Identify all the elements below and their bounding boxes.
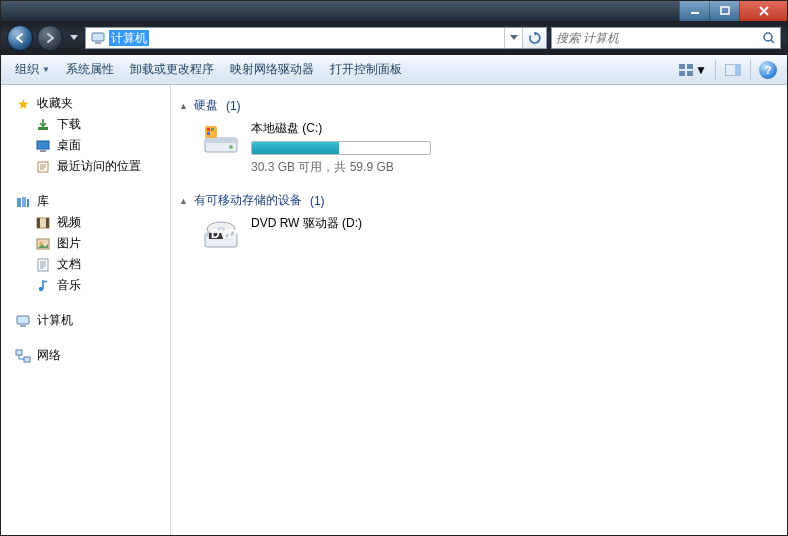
sidebar-favorites-label: 收藏夹 bbox=[37, 95, 73, 112]
group-header-removable[interactable]: ▲ 有可移动存储的设备 (1) bbox=[179, 190, 779, 211]
chevron-down-icon: ▼ bbox=[42, 65, 50, 74]
help-button[interactable]: ? bbox=[755, 59, 781, 81]
organize-menu[interactable]: 组织 ▼ bbox=[7, 57, 58, 82]
sidebar-item-downloads[interactable]: 下载 bbox=[1, 114, 170, 135]
navigation-bar: 计算机 bbox=[1, 21, 787, 55]
help-icon: ? bbox=[759, 61, 777, 79]
address-path-text: 计算机 bbox=[109, 30, 149, 46]
organize-label: 组织 bbox=[15, 61, 39, 78]
svg-rect-31 bbox=[205, 138, 237, 143]
svg-rect-9 bbox=[687, 71, 693, 76]
separator bbox=[750, 60, 751, 80]
libraries-icon bbox=[15, 194, 31, 210]
map-network-drive-button[interactable]: 映射网络驱动器 bbox=[222, 57, 322, 82]
group-header-label: 有可移动存储的设备 bbox=[194, 192, 302, 209]
svg-rect-7 bbox=[687, 64, 693, 69]
svg-text:DVD: DVD bbox=[211, 227, 237, 241]
svg-rect-1 bbox=[721, 7, 729, 14]
window-maximize-button[interactable] bbox=[709, 1, 739, 21]
svg-rect-27 bbox=[20, 325, 26, 327]
sidebar-item-videos[interactable]: 视频 bbox=[1, 212, 170, 233]
svg-point-4 bbox=[764, 33, 772, 41]
svg-rect-29 bbox=[24, 357, 30, 362]
network-icon bbox=[15, 348, 31, 364]
search-box[interactable] bbox=[551, 27, 781, 49]
svg-rect-36 bbox=[207, 132, 210, 135]
svg-rect-37 bbox=[211, 132, 214, 135]
preview-pane-button[interactable] bbox=[720, 59, 746, 81]
svg-line-5 bbox=[771, 40, 774, 43]
command-toolbar: 组织 ▼ 系统属性 卸载或更改程序 映射网络驱动器 打开控制面板 ▼ ? bbox=[1, 55, 787, 85]
window-titlebar bbox=[1, 1, 787, 21]
svg-rect-0 bbox=[691, 12, 699, 14]
svg-rect-26 bbox=[17, 316, 29, 324]
sidebar-item-recent[interactable]: 最近访问的位置 bbox=[1, 156, 170, 177]
download-icon bbox=[35, 117, 51, 133]
separator bbox=[715, 60, 716, 80]
desktop-icon bbox=[35, 138, 51, 154]
refresh-button[interactable] bbox=[522, 28, 546, 48]
svg-rect-14 bbox=[40, 150, 46, 152]
svg-rect-2 bbox=[92, 33, 104, 41]
nav-forward-button[interactable] bbox=[37, 25, 63, 51]
nav-back-button[interactable] bbox=[7, 25, 33, 51]
svg-rect-13 bbox=[37, 141, 49, 149]
sidebar-item-desktop[interactable]: 桌面 bbox=[1, 135, 170, 156]
svg-rect-28 bbox=[16, 350, 22, 355]
computer-icon bbox=[15, 313, 31, 329]
search-icon[interactable] bbox=[758, 31, 780, 45]
hard-drive-icon bbox=[201, 120, 241, 160]
nav-history-dropdown[interactable] bbox=[67, 28, 81, 48]
svg-rect-21 bbox=[46, 218, 49, 228]
sidebar-item-pictures[interactable]: 图片 bbox=[1, 233, 170, 254]
collapse-icon: ▲ bbox=[179, 196, 188, 206]
search-input[interactable] bbox=[552, 31, 758, 45]
sidebar-libraries[interactable]: 库 bbox=[1, 191, 170, 212]
window-minimize-button[interactable] bbox=[679, 1, 709, 21]
music-icon bbox=[35, 278, 51, 294]
view-options-button[interactable]: ▼ bbox=[675, 59, 711, 81]
document-icon bbox=[35, 257, 51, 273]
navigation-pane: ★ 收藏夹 下载 桌面 最近访问的位置 bbox=[1, 85, 171, 535]
svg-rect-17 bbox=[22, 197, 26, 207]
uninstall-change-button[interactable]: 卸载或更改程序 bbox=[122, 57, 222, 82]
chevron-down-icon: ▼ bbox=[695, 63, 707, 77]
sidebar-computer[interactable]: 计算机 bbox=[1, 310, 170, 331]
drive-free-space: 30.3 GB 可用，共 59.9 GB bbox=[251, 159, 431, 176]
window-close-button[interactable] bbox=[739, 1, 787, 21]
open-control-panel-button[interactable]: 打开控制面板 bbox=[322, 57, 410, 82]
sidebar-favorites[interactable]: ★ 收藏夹 bbox=[1, 93, 170, 114]
svg-rect-12 bbox=[38, 127, 48, 130]
computer-icon bbox=[89, 30, 107, 46]
sidebar-item-music[interactable]: 音乐 bbox=[1, 275, 170, 296]
svg-rect-34 bbox=[207, 128, 210, 131]
group-header-hard-disks[interactable]: ▲ 硬盘 (1) bbox=[179, 95, 779, 116]
svg-rect-16 bbox=[17, 198, 21, 207]
drive-usage-bar bbox=[251, 141, 431, 155]
drive-name: 本地磁盘 (C:) bbox=[251, 120, 431, 137]
recent-icon bbox=[35, 159, 51, 175]
drive-item-d[interactable]: DVD DVD RW 驱动器 (D:) bbox=[201, 215, 779, 255]
drive-item-c[interactable]: 本地磁盘 (C:) 30.3 GB 可用，共 59.9 GB bbox=[201, 120, 779, 176]
video-icon bbox=[35, 215, 51, 231]
collapse-icon: ▲ bbox=[179, 101, 188, 111]
group-count: (1) bbox=[310, 194, 325, 208]
sidebar-item-documents[interactable]: 文档 bbox=[1, 254, 170, 275]
group-count: (1) bbox=[226, 99, 241, 113]
drive-name: DVD RW 驱动器 (D:) bbox=[251, 215, 362, 232]
sidebar-network[interactable]: 网络 bbox=[1, 345, 170, 366]
star-icon: ★ bbox=[15, 96, 31, 112]
svg-rect-3 bbox=[95, 42, 101, 44]
address-dropdown-button[interactable] bbox=[504, 28, 522, 48]
svg-rect-11 bbox=[735, 64, 741, 76]
picture-icon bbox=[35, 236, 51, 252]
content-pane: ▲ 硬盘 (1) 本地磁盘 (C:) 30.3 GB 可用，共 59.9 GB bbox=[171, 85, 787, 535]
svg-rect-24 bbox=[38, 259, 48, 271]
svg-point-32 bbox=[229, 145, 233, 149]
system-properties-button[interactable]: 系统属性 bbox=[58, 57, 122, 82]
svg-rect-18 bbox=[27, 199, 29, 207]
svg-rect-8 bbox=[679, 71, 685, 76]
svg-rect-6 bbox=[679, 64, 685, 69]
svg-rect-35 bbox=[211, 128, 214, 131]
address-bar[interactable]: 计算机 bbox=[85, 27, 547, 49]
